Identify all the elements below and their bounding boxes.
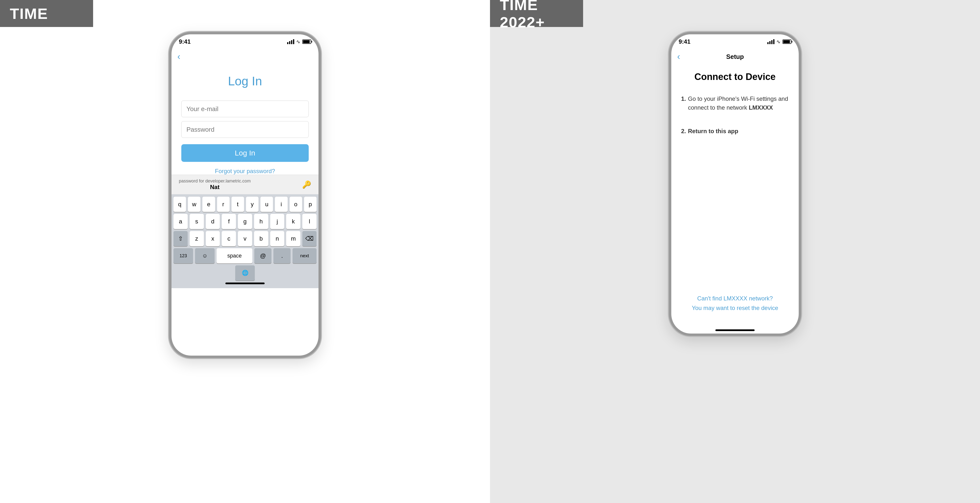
key-j[interactable]: j [270, 214, 285, 229]
autofill-text: password for developer.lametric.com Nat [179, 179, 251, 190]
key-r[interactable]: r [217, 197, 229, 212]
keyboard-row-4: 123 ☺ space @ . next [173, 248, 317, 263]
status-icons-right: ∿ [767, 39, 791, 45]
key-y[interactable]: y [246, 197, 258, 212]
key-at[interactable]: @ [254, 248, 272, 263]
step2-text: Return to this app [688, 127, 738, 136]
key-s[interactable]: s [189, 214, 204, 229]
key-x[interactable]: x [206, 231, 220, 246]
step2-number: 2. [681, 127, 686, 136]
key-m[interactable]: m [286, 231, 301, 246]
setup-step-1: 1. Go to your iPhone's Wi-Fi settings an… [681, 94, 789, 112]
key-delete[interactable]: ⌫ [302, 231, 317, 246]
step1-network-name: LMXXXX [749, 104, 773, 111]
connect-to-device-title: Connect to Device [681, 72, 789, 82]
phone-left: 9:41 ∿ ‹ Log In Log In [169, 32, 321, 358]
battery-icon-left [302, 40, 311, 44]
home-indicator-left [225, 283, 265, 284]
wifi-icon-right: ∿ [776, 39, 781, 45]
nav-bar-right: ‹ Setup [671, 49, 799, 64]
key-e[interactable]: e [202, 197, 215, 212]
key-i[interactable]: i [275, 197, 287, 212]
keyboard-globe-row: 🌐 [173, 265, 317, 281]
key-period[interactable]: . [274, 248, 291, 263]
step1-number: 1. [681, 94, 686, 103]
phone-right: 9:41 ∿ ‹ Setup Connect to Device [669, 32, 801, 336]
signal-icon-right [767, 39, 775, 44]
key-q[interactable]: q [173, 197, 186, 212]
key-b[interactable]: b [254, 231, 268, 246]
autofill-bar[interactable]: password for developer.lametric.com Nat … [172, 175, 318, 194]
key-d[interactable]: d [206, 214, 220, 229]
back-button-left[interactable]: ‹ [177, 51, 180, 62]
key-space[interactable]: space [216, 248, 252, 263]
key-g[interactable]: g [238, 214, 252, 229]
autofill-hint: password for developer.lametric.com [179, 179, 251, 184]
help-link[interactable]: Can't find LMXXXX network? You may want … [681, 294, 789, 320]
wifi-icon-left: ∿ [296, 39, 301, 45]
status-bar-right: 9:41 ∿ [671, 34, 799, 49]
keyboard: q w e r t y u i o p a s d f g h j k [172, 194, 318, 288]
keyboard-row-1: q w e r t y u i o p [173, 197, 317, 212]
key-u[interactable]: u [261, 197, 273, 212]
key-a[interactable]: a [173, 214, 188, 229]
forgot-password-link[interactable]: Forgot your password? [215, 168, 275, 175]
key-icon: 🔑 [302, 180, 311, 189]
email-input[interactable] [181, 101, 309, 117]
key-l[interactable]: l [302, 214, 317, 229]
back-button-right[interactable]: ‹ [677, 51, 680, 62]
key-o[interactable]: o [290, 197, 302, 212]
right-panel: TIME 2022+ 9:41 ∿ ‹ Setup [490, 0, 980, 503]
status-bar-left: 9:41 ∿ [172, 34, 318, 49]
status-time-right: 9:41 [679, 38, 690, 45]
key-w[interactable]: w [188, 197, 200, 212]
status-icons-left: ∿ [287, 39, 311, 45]
key-c[interactable]: c [222, 231, 236, 246]
key-f[interactable]: f [222, 214, 236, 229]
key-next[interactable]: next [293, 248, 317, 263]
help-line2: You may want to reset the device [681, 303, 789, 313]
key-z[interactable]: z [189, 231, 204, 246]
home-indicator-right [715, 329, 755, 331]
left-header-banner: TIME [0, 0, 93, 27]
key-p[interactable]: p [304, 197, 317, 212]
login-button[interactable]: Log In [181, 144, 309, 162]
key-emoji[interactable]: ☺ [195, 248, 215, 263]
signal-icon-left [287, 39, 294, 44]
password-input[interactable] [181, 121, 309, 138]
step1-text: Go to your iPhone's Wi-Fi settings and c… [688, 94, 789, 112]
right-header-title: TIME 2022+ [500, 0, 583, 31]
key-n[interactable]: n [270, 231, 285, 246]
right-header-banner: TIME 2022+ [490, 0, 583, 27]
nav-title-right: Setup [726, 53, 744, 61]
key-globe[interactable]: 🌐 [235, 265, 255, 281]
keyboard-row-3: ⇧ z x c v b n m ⌫ [173, 231, 317, 246]
left-header-title: TIME [10, 5, 48, 22]
status-time-left: 9:41 [179, 38, 191, 45]
setup-step-2: 2. Return to this app [681, 127, 789, 136]
login-area: Log In Log In Forgot your password? [172, 64, 318, 175]
key-shift[interactable]: ⇧ [173, 231, 188, 246]
key-numbers[interactable]: 123 [173, 248, 193, 263]
battery-icon-right [783, 40, 791, 44]
help-line1: Can't find LMXXXX network? [681, 294, 789, 303]
setup-content: Connect to Device 1. Go to your iPhone's… [671, 64, 799, 327]
key-v[interactable]: v [238, 231, 252, 246]
key-k[interactable]: k [286, 214, 301, 229]
nav-bar-left: ‹ [172, 49, 318, 64]
key-h[interactable]: h [254, 214, 268, 229]
left-panel: TIME 9:41 ∿ ‹ Log [0, 0, 490, 503]
login-title: Log In [228, 74, 262, 88]
keyboard-row-2: a s d f g h j k l [173, 214, 317, 229]
autofill-name: Nat [210, 184, 220, 190]
key-t[interactable]: t [232, 197, 244, 212]
